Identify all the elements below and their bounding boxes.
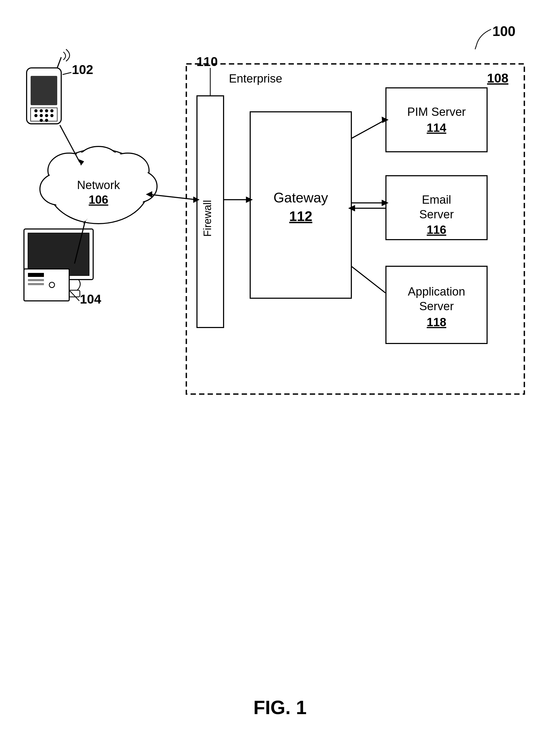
svg-rect-54 xyxy=(37,290,80,297)
svg-rect-5 xyxy=(197,96,224,327)
svg-marker-72 xyxy=(382,117,389,123)
svg-text:Enterprise: Enterprise xyxy=(229,72,283,85)
svg-rect-56 xyxy=(28,273,44,277)
svg-point-31 xyxy=(78,149,119,179)
svg-text:Email: Email xyxy=(422,193,451,206)
svg-rect-35 xyxy=(27,68,61,124)
svg-point-59 xyxy=(49,282,55,288)
svg-marker-70 xyxy=(246,196,253,203)
svg-point-28 xyxy=(40,173,77,205)
svg-marker-65 xyxy=(83,218,88,224)
svg-rect-51 xyxy=(24,229,93,280)
svg-point-24 xyxy=(48,153,91,188)
svg-text:100: 100 xyxy=(492,24,516,39)
svg-text:PIM Server: PIM Server xyxy=(407,105,466,118)
svg-text:104: 104 xyxy=(80,292,101,306)
svg-point-25 xyxy=(77,147,120,179)
svg-line-64 xyxy=(74,221,85,264)
svg-marker-78 xyxy=(382,289,389,296)
svg-line-66 xyxy=(149,194,196,200)
svg-line-61 xyxy=(69,290,79,301)
svg-point-42 xyxy=(34,114,37,117)
svg-point-23 xyxy=(48,149,149,224)
svg-text:114: 114 xyxy=(427,121,446,134)
svg-marker-74 xyxy=(382,200,389,206)
svg-rect-37 xyxy=(31,108,57,121)
svg-text:118: 118 xyxy=(427,316,446,329)
svg-text:Firewall: Firewall xyxy=(201,200,213,237)
svg-point-27 xyxy=(120,170,157,202)
svg-rect-2 xyxy=(186,64,524,394)
svg-rect-55 xyxy=(24,269,69,301)
svg-text:Server: Server xyxy=(419,299,454,313)
svg-point-40 xyxy=(45,109,48,112)
svg-text:108: 108 xyxy=(487,71,508,85)
svg-text:110: 110 xyxy=(196,55,218,69)
svg-marker-76 xyxy=(348,205,355,212)
svg-text:106: 106 xyxy=(89,193,108,206)
svg-point-38 xyxy=(34,109,37,112)
svg-text:Server: Server xyxy=(419,208,454,221)
svg-point-39 xyxy=(40,109,43,112)
svg-point-26 xyxy=(106,153,149,188)
svg-rect-36 xyxy=(31,76,57,105)
svg-text:Gateway: Gateway xyxy=(273,190,328,205)
figure-label: FIG. 1 xyxy=(253,697,307,718)
svg-marker-67 xyxy=(193,196,200,203)
svg-rect-52 xyxy=(28,233,89,276)
svg-text:Network: Network xyxy=(77,179,120,191)
svg-rect-12 xyxy=(386,88,487,152)
svg-point-43 xyxy=(40,114,43,117)
svg-line-62 xyxy=(60,125,80,162)
svg-text:102: 102 xyxy=(72,63,93,77)
svg-line-71 xyxy=(351,120,385,138)
svg-point-44 xyxy=(45,114,48,117)
svg-text:116: 116 xyxy=(427,223,446,236)
svg-point-32 xyxy=(108,156,148,188)
svg-marker-63 xyxy=(79,159,84,166)
svg-text:Application: Application xyxy=(408,285,465,298)
svg-rect-58 xyxy=(28,283,44,285)
svg-point-30 xyxy=(49,156,89,188)
svg-point-45 xyxy=(50,114,54,117)
svg-point-47 xyxy=(45,119,48,122)
svg-rect-19 xyxy=(386,266,487,344)
svg-rect-57 xyxy=(28,279,44,281)
svg-line-77 xyxy=(351,266,385,293)
svg-line-48 xyxy=(57,57,61,68)
svg-point-46 xyxy=(40,119,43,122)
svg-marker-68 xyxy=(146,191,152,198)
svg-point-29 xyxy=(49,151,148,222)
svg-rect-9 xyxy=(250,112,351,298)
svg-rect-53 xyxy=(52,280,65,290)
svg-text:112: 112 xyxy=(289,208,312,224)
svg-point-41 xyxy=(50,109,54,112)
svg-line-1 xyxy=(475,45,476,49)
svg-line-50 xyxy=(63,72,71,74)
svg-rect-15 xyxy=(386,176,487,240)
